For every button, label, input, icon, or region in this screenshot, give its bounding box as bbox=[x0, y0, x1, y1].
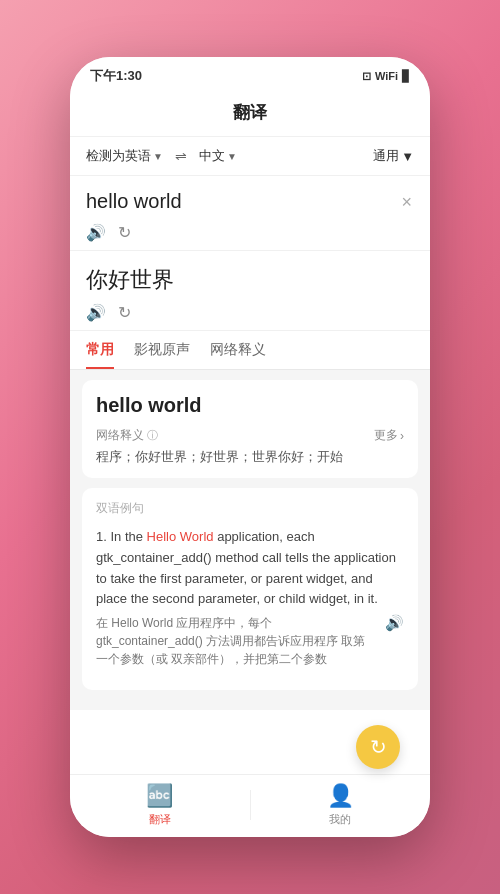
app-title: 翻译 bbox=[70, 91, 430, 137]
tab-common[interactable]: 常用 bbox=[86, 331, 114, 369]
refresh-icon: ↻ bbox=[370, 735, 387, 759]
bottom-section: ↻ 🔤 翻译 👤 我的 bbox=[70, 774, 430, 837]
network-def-label: 网络释义 ⓘ bbox=[96, 427, 158, 444]
more-chevron-icon: › bbox=[400, 429, 404, 443]
bilingual-item: 1. In the Hello World application, each … bbox=[96, 527, 404, 668]
output-area: 你好世界 🔊 ↻ bbox=[70, 251, 430, 331]
tabs-bar: 常用 影视原声 网络释义 bbox=[70, 331, 430, 370]
mode-arrow: ▼ bbox=[401, 149, 414, 164]
clear-button[interactable]: × bbox=[399, 190, 414, 215]
mode-button[interactable]: 通用 ▼ bbox=[373, 147, 414, 165]
source-lang-arrow: ▼ bbox=[153, 151, 163, 162]
input-copy-icon[interactable]: ↻ bbox=[118, 223, 131, 242]
battery-icon: ⊡ bbox=[362, 70, 371, 83]
target-language-button[interactable]: 中文 ▼ bbox=[199, 147, 237, 165]
status-bar: 下午1:30 ⊡ WiFi ▊ bbox=[70, 57, 430, 91]
status-time: 下午1:30 bbox=[90, 67, 142, 85]
nav-profile[interactable]: 👤 我的 bbox=[251, 783, 431, 827]
nav-translate[interactable]: 🔤 翻译 bbox=[70, 783, 250, 827]
content-area: hello world 网络释义 ⓘ 更多 › 程序；你好世界；好世界；世界你好… bbox=[70, 370, 430, 710]
signal-icon: ▊ bbox=[402, 70, 410, 83]
output-text: 你好世界 bbox=[86, 265, 414, 295]
bilingual-section: 双语例句 1. In the Hello World application, … bbox=[82, 488, 418, 690]
status-icons: ⊡ WiFi ▊ bbox=[362, 70, 410, 83]
bilingual-title: 双语例句 bbox=[96, 500, 404, 517]
info-icon: ⓘ bbox=[147, 428, 158, 443]
input-text[interactable]: hello world bbox=[86, 190, 399, 213]
zh-sentence: 在 Hello World 应用程序中，每个 gtk_container_add… bbox=[96, 614, 377, 668]
nav-profile-label: 我的 bbox=[329, 812, 351, 827]
bilingual-num: 1. bbox=[96, 529, 107, 544]
nav-translate-label: 翻译 bbox=[149, 812, 171, 827]
refresh-fab[interactable]: ↻ bbox=[356, 725, 400, 769]
en-sentence: 1. In the Hello World application, each … bbox=[96, 527, 404, 610]
language-bar: 检测为英语 ▼ ⇌ 中文 ▼ 通用 ▼ bbox=[70, 137, 430, 176]
swap-languages-icon[interactable]: ⇌ bbox=[171, 148, 191, 164]
input-area: hello world × 🔊 ↻ bbox=[70, 176, 430, 251]
definition-word: hello world bbox=[96, 394, 404, 417]
output-copy-icon[interactable]: ↻ bbox=[118, 303, 131, 322]
wifi-icon: WiFi bbox=[375, 70, 398, 82]
definition-meanings: 程序；你好世界；好世界；世界你好；开始 bbox=[96, 448, 404, 466]
output-speak-icon[interactable]: 🔊 bbox=[86, 303, 106, 322]
profile-icon: 👤 bbox=[327, 783, 354, 809]
target-lang-arrow: ▼ bbox=[227, 151, 237, 162]
definition-card: hello world 网络释义 ⓘ 更多 › 程序；你好世界；好世界；世界你好… bbox=[82, 380, 418, 478]
tab-movie[interactable]: 影视原声 bbox=[134, 331, 190, 369]
input-speak-icon[interactable]: 🔊 bbox=[86, 223, 106, 242]
translate-icon: 🔤 bbox=[146, 783, 173, 809]
zh-speak-icon[interactable]: 🔊 bbox=[385, 614, 404, 632]
bottom-nav: 🔤 翻译 👤 我的 bbox=[70, 774, 430, 837]
source-language-button[interactable]: 检测为英语 ▼ bbox=[86, 147, 163, 165]
highlight-text: Hello World bbox=[147, 529, 214, 544]
more-button[interactable]: 更多 › bbox=[374, 427, 404, 444]
tab-network[interactable]: 网络释义 bbox=[210, 331, 266, 369]
